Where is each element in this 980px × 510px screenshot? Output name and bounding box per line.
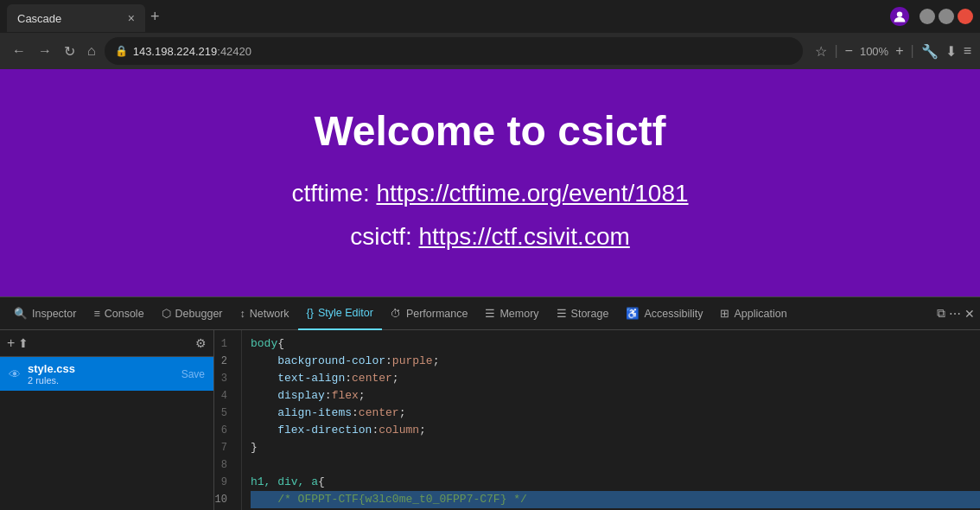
code-line-8	[251, 456, 980, 474]
style-sidebar: + ⬆ ⚙ 👁 style.css 2 rules. Save	[0, 330, 214, 510]
zoom-in-button[interactable]: +	[895, 43, 903, 59]
ln-2: 2	[214, 353, 234, 370]
code-line-1: body {	[251, 335, 980, 353]
code-content: body { background-color: purple; text-al…	[242, 330, 980, 510]
ln-5: 5	[214, 405, 234, 422]
tab-style-editor[interactable]: {} Style Editor	[298, 297, 382, 330]
split-view-button[interactable]: ⧉	[937, 306, 945, 321]
console-icon: ≡	[93, 308, 99, 320]
forward-button[interactable]: →	[35, 40, 55, 62]
ln-3: 3	[214, 370, 234, 387]
ln-10: 10	[214, 491, 234, 508]
performance-icon: ⏱	[391, 308, 402, 320]
network-icon: ↕	[240, 308, 245, 320]
page-content: Welcome to csictf ctftime: https://ctfti…	[0, 69, 980, 296]
profile-icon	[893, 10, 907, 23]
zoom-out-button[interactable]: −	[845, 43, 853, 59]
active-tab[interactable]: Cascade ×	[7, 4, 145, 32]
code-line-7: }	[251, 439, 980, 456]
storage-icon: ☰	[557, 307, 567, 320]
tab-memory[interactable]: ☰ Memory	[476, 297, 547, 330]
tab-debugger[interactable]: ⬡ Debugger	[153, 297, 232, 330]
tab-storage[interactable]: ☰ Storage	[548, 297, 618, 330]
maximize-button[interactable]	[939, 9, 954, 24]
window-controls	[920, 9, 973, 24]
zoom-level: 100%	[860, 45, 888, 58]
ln-7: 7	[214, 439, 234, 456]
ln-9: 9	[214, 474, 234, 491]
code-line-6: flex-direction: column;	[251, 422, 980, 439]
divider2: |	[911, 43, 914, 59]
new-tab-button[interactable]: +	[150, 8, 160, 26]
devtools-right-controls: ⧉ ⋯ ✕	[937, 306, 975, 321]
code-line-5: align-items: center;	[251, 405, 980, 422]
tab-inspector[interactable]: 🔍 Inspector	[5, 297, 85, 330]
csictf-line: csictf: https://ctf.csivit.com	[291, 215, 688, 258]
tools-button[interactable]: 🔧	[921, 43, 939, 60]
code-line-10: /* OFPPT-CTF{w3lc0me_t0_0FPP7-C7F} */	[251, 491, 980, 508]
code-editor[interactable]: 1 2 3 4 5 6 7 8 9 10 11 12 13 14	[214, 330, 980, 510]
style-file-item[interactable]: 👁 style.css 2 rules. Save	[0, 357, 213, 391]
file-info: style.css 2 rules.	[28, 362, 175, 386]
csictf-link[interactable]: https://ctf.csivit.com	[419, 223, 630, 250]
save-button[interactable]: Save	[181, 368, 205, 380]
code-lines: 1 2 3 4 5 6 7 8 9 10 11 12 13 14	[214, 330, 980, 510]
lock-icon: 🔒	[115, 45, 128, 57]
more-tools-button[interactable]: ⋯	[949, 307, 961, 321]
application-icon: ⊞	[720, 307, 729, 320]
close-devtools-button[interactable]: ✕	[964, 307, 975, 321]
ln-1: 1	[214, 335, 234, 353]
code-line-3: text-align: center;	[251, 370, 980, 387]
tab-bar: Cascade × +	[0, 0, 980, 33]
file-rules: 2 rules.	[28, 375, 175, 386]
address-text: 143.198.224.219:42420	[133, 45, 251, 58]
inspector-icon: 🔍	[14, 307, 28, 320]
refresh-button[interactable]: ↻	[60, 40, 79, 63]
devtools-tab-bar: 🔍 Inspector ≡ Console ⬡ Debugger ↕ Netwo…	[0, 297, 980, 330]
ln-4: 4	[214, 387, 234, 405]
divider: |	[834, 43, 837, 59]
tab-title: Cascade	[17, 12, 121, 25]
menu-button[interactable]: ≡	[964, 43, 971, 59]
memory-icon: ☰	[485, 307, 495, 320]
back-button[interactable]: ←	[9, 40, 29, 62]
line-numbers: 1 2 3 4 5 6 7 8 9 10 11 12 13 14	[214, 330, 242, 510]
accessibility-icon: ♿	[626, 307, 640, 320]
tab-network[interactable]: ↕ Network	[232, 297, 298, 330]
file-name: style.css	[28, 362, 175, 375]
tab-accessibility[interactable]: ♿ Accessibility	[617, 297, 711, 330]
devtools-body: + ⬆ ⚙ 👁 style.css 2 rules. Save 1 2 3	[0, 330, 980, 510]
profile-avatar[interactable]	[890, 7, 909, 26]
address-bar-row: ← → ↻ ⌂ 🔒 143.198.224.219:42420 ☆ | − 10…	[0, 33, 980, 69]
visibility-icon[interactable]: 👁	[9, 367, 21, 381]
download-button[interactable]: ⬇	[945, 43, 957, 60]
code-line-2: background-color: purple;	[251, 353, 980, 370]
code-line-9: h1, div, a {	[251, 474, 980, 491]
close-window-button[interactable]	[958, 9, 973, 24]
address-bar[interactable]: 🔒 143.198.224.219:42420	[105, 37, 804, 65]
devtools-panel: 🔍 Inspector ≡ Console ⬡ Debugger ↕ Netwo…	[0, 296, 980, 510]
ln-6: 6	[214, 422, 234, 439]
svg-point-0	[897, 11, 902, 16]
tab-close-button[interactable]: ×	[128, 11, 135, 25]
ctftime-line: ctftime: https://ctftime.org/event/1081	[291, 172, 688, 215]
import-style-button[interactable]: ⬆	[18, 336, 29, 350]
settings-button[interactable]: ⚙	[195, 336, 207, 350]
tab-console[interactable]: ≡ Console	[85, 297, 152, 330]
sidebar-toolbar: + ⬆ ⚙	[0, 330, 213, 357]
star-button[interactable]: ☆	[815, 43, 827, 60]
page-title: Welcome to csictf	[314, 107, 665, 155]
add-style-button[interactable]: +	[7, 335, 15, 351]
tab-application[interactable]: ⊞ Application	[711, 297, 795, 330]
page-links: ctftime: https://ctftime.org/event/1081 …	[291, 172, 688, 259]
browser-right-controls: ☆ | − 100% + | 🔧 ⬇ ≡	[815, 43, 971, 60]
minimize-button[interactable]	[920, 9, 935, 24]
home-button[interactable]: ⌂	[84, 40, 99, 62]
debugger-icon: ⬡	[162, 307, 171, 320]
code-line-4: display: flex;	[251, 387, 980, 405]
ctftime-link[interactable]: https://ctftime.org/event/1081	[376, 180, 688, 207]
style-editor-icon: {}	[307, 307, 314, 319]
ln-8: 8	[214, 456, 234, 474]
tab-performance[interactable]: ⏱ Performance	[382, 297, 477, 330]
